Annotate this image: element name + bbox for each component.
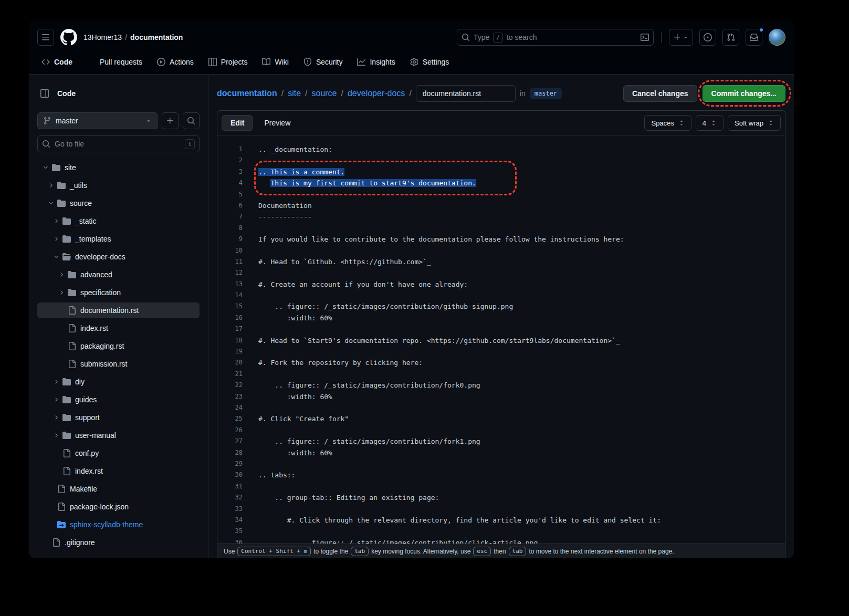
chevron-down-icon[interactable]	[41, 164, 50, 171]
tree-item-label: documentation.rst	[80, 306, 139, 315]
command-palette-icon[interactable]	[641, 33, 649, 41]
line-number: 6	[217, 200, 243, 211]
chevron-right-icon[interactable]	[52, 414, 60, 421]
pull-requests-button[interactable]	[722, 29, 739, 46]
chevron-down-icon[interactable]	[52, 254, 60, 260]
new-file-button[interactable]	[162, 112, 179, 129]
chevron-right-icon[interactable]	[52, 236, 60, 242]
tree-item-index.rst[interactable]: index.rst	[37, 463, 200, 479]
tree-item-documentation.rst[interactable]: documentation.rst	[37, 302, 200, 318]
tree-item-label: support	[75, 413, 100, 422]
chevron-down-icon[interactable]	[47, 200, 55, 206]
tree-item-_static[interactable]: _static	[37, 213, 200, 229]
line-number: 32	[217, 492, 243, 503]
tab-label: Code	[54, 58, 72, 66]
code-line-28: 28 :width: 60%	[217, 447, 785, 458]
line-number: 30	[217, 469, 243, 481]
tree-item-user-manual[interactable]: user-manual	[37, 427, 200, 443]
repo-owner-link[interactable]: 13Homer13	[83, 33, 122, 41]
code-editor[interactable]: 1.. _documentation:2 3.. This is a comme…	[217, 135, 785, 544]
tab-insights[interactable]: Insights	[350, 54, 402, 70]
tab-label: Insights	[370, 58, 395, 66]
sidebar-header: Code	[37, 85, 200, 102]
global-search-input[interactable]: Type / to search	[457, 29, 654, 46]
chevron-right-icon[interactable]	[57, 272, 66, 278]
avatar[interactable]	[769, 29, 785, 46]
tree-item-specification[interactable]: specification	[37, 285, 200, 300]
code-line-24: 24	[217, 402, 785, 413]
indent-mode-select[interactable]: Spaces	[644, 115, 691, 131]
breadcrumb: 13Homer13 / documentation	[83, 33, 183, 41]
github-logo[interactable]	[60, 29, 77, 46]
line-number: 21	[217, 369, 243, 380]
tree-item-guides[interactable]: guides	[37, 392, 200, 408]
line-number: 31	[217, 481, 243, 492]
wrap-mode-select[interactable]: Soft wrap	[728, 115, 781, 131]
editor-tab-edit[interactable]: Edit	[222, 115, 253, 131]
line-number: 4	[217, 178, 243, 189]
tree-item-developer-docs[interactable]: developer-docs	[37, 249, 200, 265]
chevron-right-icon[interactable]	[52, 218, 60, 224]
tab-code[interactable]: Code	[37, 54, 80, 70]
tree-item-Makefile[interactable]: Makefile	[37, 481, 200, 497]
branch-selector[interactable]: master	[37, 112, 158, 129]
caret-down-icon	[683, 34, 689, 40]
repo-name-link[interactable]: documentation	[130, 33, 183, 41]
tree-item-submission.rst[interactable]: submission.rst	[37, 356, 200, 372]
cancel-changes-button[interactable]: Cancel changes	[623, 85, 697, 102]
issues-button[interactable]	[699, 29, 716, 46]
commit-changes-button[interactable]: Commit changes...	[703, 85, 785, 102]
tab-actions[interactable]: Actions	[150, 54, 201, 70]
filename-input[interactable]	[416, 85, 516, 102]
tree-item-site[interactable]: site	[37, 160, 200, 175]
code-line-6: 6Documentation	[217, 200, 785, 211]
tree-item-support[interactable]: support	[37, 410, 200, 425]
line-text: .. figure:: /_static/images/contribution…	[243, 380, 480, 391]
line-text: .. group-tab:: Editing an existing page:	[243, 492, 439, 503]
line-text: This is my first commit to start9's docu…	[243, 178, 476, 189]
tab-label: Security	[316, 58, 343, 66]
tree-item-conf.py[interactable]: conf.py	[37, 445, 200, 461]
tab-projects[interactable]: Projects	[201, 54, 255, 70]
code-line-32: 32 .. group-tab:: Editing an existing pa…	[217, 492, 785, 503]
tree-item-package-lock.json[interactable]: package-lock.json	[37, 499, 200, 515]
line-text: #. Click through the relevant directory,…	[243, 515, 661, 526]
tree-item-.gitignore[interactable]: .gitignore	[37, 535, 200, 550]
chevron-right-icon[interactable]	[47, 182, 55, 189]
line-number: 11	[217, 256, 243, 267]
file-editor: EditPreview Spaces4Soft wrap 1.. _docume…	[217, 110, 785, 558]
tab-settings[interactable]: Settings	[403, 54, 457, 70]
tree-item-_templates[interactable]: _templates	[37, 231, 200, 247]
breadcrumb-link-source[interactable]: source	[311, 89, 337, 98]
search-tree-button[interactable]	[183, 112, 200, 129]
hamburger-menu-button[interactable]	[37, 29, 54, 46]
breadcrumb-link-developer-docs[interactable]: developer-docs	[348, 89, 405, 98]
breadcrumb-separator: /	[305, 89, 307, 98]
editor-tab-preview[interactable]: Preview	[255, 115, 299, 131]
code-line-16: 16 :width: 60%	[217, 312, 785, 323]
tree-item-packaging.rst[interactable]: packaging.rst	[37, 338, 200, 354]
inbox-icon	[750, 33, 758, 41]
tab-pull-requests[interactable]: Pull requests	[80, 54, 150, 70]
chevron-right-icon[interactable]	[52, 396, 60, 403]
tab-security[interactable]: Security	[296, 54, 350, 70]
tab-wiki[interactable]: Wiki	[255, 54, 296, 70]
chevron-right-icon[interactable]	[52, 379, 60, 385]
tree-item-advanced[interactable]: advanced	[37, 267, 200, 283]
tree-item-_utils[interactable]: _utils	[37, 178, 200, 193]
branch-controls: master	[37, 112, 200, 129]
indent-size-select[interactable]: 4	[696, 115, 724, 131]
tree-item-source[interactable]: source	[37, 195, 200, 211]
tree-item-diy[interactable]: diy	[37, 374, 200, 390]
breadcrumb-link-documentation[interactable]: documentation	[217, 89, 277, 98]
chevron-right-icon[interactable]	[52, 432, 60, 438]
select-label: Soft wrap	[735, 119, 763, 127]
tree-item-index.rst[interactable]: index.rst	[37, 320, 200, 336]
tree-item-sphinx-scylladb-theme[interactable]: sphinx-scylladb-theme	[37, 517, 200, 533]
create-new-button[interactable]	[669, 29, 693, 46]
chevron-right-icon[interactable]	[57, 289, 66, 296]
breadcrumb-link-site[interactable]: site	[288, 89, 301, 98]
line-text: #. Click "Create fork"	[243, 413, 349, 424]
collapse-sidebar-button[interactable]	[37, 86, 52, 101]
go-to-file-input[interactable]: Go to file t	[37, 135, 200, 152]
